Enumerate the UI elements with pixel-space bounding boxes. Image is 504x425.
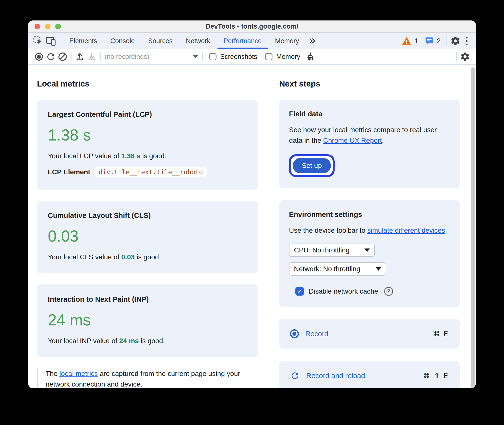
- inspect-element-button[interactable]: [32, 35, 44, 47]
- tab-sources[interactable]: Sources: [142, 33, 179, 49]
- traffic-lights: [35, 24, 61, 29]
- cpu-throttling-select[interactable]: CPU: No throttling: [289, 244, 375, 257]
- tab-performance[interactable]: Performance: [217, 33, 269, 49]
- record-reload-action-card[interactable]: Record and reload ⌘ ⇧ E: [279, 361, 460, 388]
- toolbar-divider-3: [202, 52, 203, 61]
- vertical-scrollbar-thumb[interactable]: [471, 67, 475, 388]
- cpu-throttling-value: CPU: No throttling: [294, 246, 350, 254]
- devtools-tabbar: Elements Console Sources Network Perform…: [28, 33, 476, 49]
- issues-badge[interactable]: 2: [424, 36, 441, 46]
- field-data-text: See how your local metrics compare to re…: [289, 124, 449, 146]
- clear-button[interactable]: [57, 51, 69, 63]
- tab-elements[interactable]: Elements: [63, 33, 104, 49]
- local-metrics-heading: Local metrics: [37, 79, 258, 89]
- lcp-element-selector[interactable]: div.tile__text.tile__roboto: [95, 167, 207, 177]
- environment-settings-card: Environment settings Use the device tool…: [279, 200, 460, 307]
- tabbar-divider-right: [446, 36, 447, 46]
- memory-toggle[interactable]: Memory: [265, 53, 300, 61]
- toolbar-divider-1: [71, 52, 72, 61]
- devtools-settings-button[interactable]: [449, 35, 462, 47]
- cls-value: 0.03: [48, 227, 248, 245]
- check-icon: ✓: [297, 288, 302, 295]
- load-profile-button[interactable]: [74, 51, 86, 63]
- chevron-down-icon: [376, 267, 381, 271]
- device-toolbar-button[interactable]: [44, 35, 57, 47]
- gear-icon: [460, 52, 470, 62]
- simulate-devices-link[interactable]: simulate different devices: [367, 227, 445, 234]
- record-button[interactable]: [33, 51, 45, 63]
- chrome-ux-report-link[interactable]: Chrome UX Report: [323, 137, 382, 144]
- inp-sentence: Your local INP value of 24 ms is good.: [48, 337, 248, 345]
- help-icon[interactable]: ?: [384, 287, 393, 296]
- setup-button-focus-ring: Set up: [289, 154, 335, 177]
- warnings-badge[interactable]: 1: [402, 36, 418, 46]
- inp-title: Interaction to Next Paint (INP): [48, 295, 248, 303]
- local-metrics-column: Local metrics Largest Contentful Paint (…: [28, 65, 269, 388]
- disable-cache-label: Disable network cache: [309, 287, 378, 295]
- lcp-sentence: Your local LCP value of 1.38 s is good.: [48, 152, 248, 160]
- network-throttling-select[interactable]: Network: No throttling: [289, 262, 386, 276]
- performance-panel-body: Local metrics Largest Contentful Paint (…: [28, 65, 476, 388]
- kebab-menu-icon: [466, 37, 468, 38]
- minimize-window-button[interactable]: [45, 24, 51, 29]
- record-action-card[interactable]: Record ⌘ E: [279, 319, 460, 349]
- next-steps-column: Next steps Field data See how your local…: [269, 65, 476, 388]
- gear-icon: [450, 36, 461, 46]
- issues-chat-icon: [424, 36, 434, 46]
- chevron-down-icon: [364, 248, 370, 252]
- memory-checkbox[interactable]: [265, 53, 272, 60]
- record-and-reload-button[interactable]: [45, 51, 57, 63]
- inspect-icon: [33, 36, 43, 46]
- record-reload-action-label: Record and reload: [306, 372, 365, 380]
- local-metrics-link[interactable]: local metrics: [59, 370, 98, 377]
- devtools-window: DevTools - fonts.google.com/ Elements Co…: [28, 20, 476, 388]
- lcp-inline-value: 1.38 s: [121, 152, 140, 160]
- cls-card: Cumulative Layout Shift (CLS) 0.03 Your …: [37, 201, 258, 273]
- screenshots-toggle[interactable]: Screenshots: [209, 53, 257, 61]
- cls-inline-value: 0.03: [121, 253, 135, 261]
- next-steps-heading: Next steps: [279, 79, 460, 89]
- cls-sentence: Your local CLS value of 0.03 is good.: [48, 253, 248, 261]
- tab-console[interactable]: Console: [104, 33, 142, 49]
- inp-inline-value: 24 ms: [119, 337, 139, 345]
- capture-settings-button[interactable]: [459, 51, 471, 63]
- collect-garbage-button[interactable]: [304, 51, 316, 63]
- broom-gc-icon: [305, 51, 316, 62]
- setup-button[interactable]: Set up: [293, 158, 331, 173]
- field-data-card: Field data See how your local metrics co…: [279, 100, 460, 188]
- save-profile-button[interactable]: [86, 51, 98, 63]
- record-reload-shortcut: ⌘ ⇧ E: [423, 372, 449, 380]
- clear-block-icon: [57, 52, 68, 62]
- lcp-card: Largest Contentful Paint (LCP) 1.38 s Yo…: [37, 100, 258, 190]
- reload-icon: [290, 371, 300, 381]
- titlebar: DevTools - fonts.google.com/: [28, 20, 476, 33]
- record-shortcut: ⌘ E: [432, 330, 449, 338]
- window-title: DevTools - fonts.google.com/: [28, 23, 476, 30]
- memory-label: Memory: [276, 53, 300, 61]
- lcp-element-label: LCP Element: [48, 168, 90, 176]
- devtools-menu-button[interactable]: [462, 37, 471, 45]
- device-toolbar-icon: [45, 35, 56, 46]
- environment-settings-text: Use the device toolbar to simulate diffe…: [289, 225, 449, 236]
- record-icon: [290, 329, 299, 338]
- lcp-value: 1.38 s: [48, 126, 248, 144]
- toolbar-divider-4: [456, 52, 457, 61]
- local-metrics-note: The local metrics are captured from the …: [37, 368, 247, 388]
- environment-settings-title: Environment settings: [289, 211, 450, 219]
- tab-memory[interactable]: Memory: [268, 33, 306, 49]
- close-window-button[interactable]: [35, 24, 40, 29]
- tabbar-divider: [60, 36, 60, 46]
- more-tabs-button[interactable]: [306, 35, 319, 47]
- zoom-window-button[interactable]: [55, 24, 61, 29]
- record-action-label: Record: [305, 330, 328, 338]
- issue-count: 2: [437, 37, 441, 45]
- more-tabs-chevron-icon: [307, 36, 317, 46]
- download-icon: [87, 52, 97, 62]
- performance-toolbar: (no recordings) Screenshots Memory: [28, 49, 476, 65]
- recordings-select[interactable]: (no recordings): [105, 53, 198, 61]
- disable-cache-checkbox[interactable]: ✓: [295, 287, 304, 296]
- screenshots-checkbox[interactable]: [209, 53, 216, 60]
- disable-cache-row[interactable]: ✓ Disable network cache ?: [295, 287, 450, 296]
- tab-network[interactable]: Network: [179, 33, 217, 49]
- screenshots-label: Screenshots: [220, 53, 257, 61]
